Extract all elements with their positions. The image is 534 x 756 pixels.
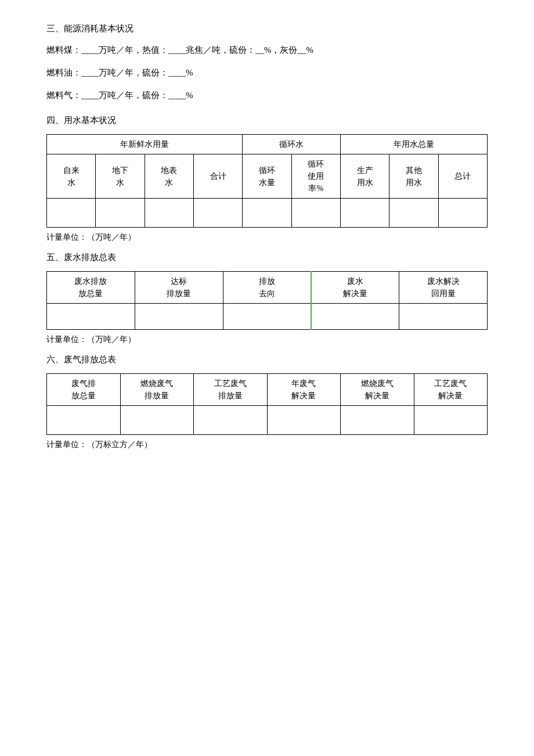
header-annual-water: 年用水总量 [340,135,487,154]
data-cell [96,199,145,228]
ex-header-process-solved: 工艺废气解决量 [414,374,488,406]
section3-title: 三、能源消耗基本状况 [46,23,488,34]
col-total: 总计 [438,154,487,199]
col-recycle-volume: 循环水量 [243,154,291,199]
col-surface-water: 地表水 [145,154,193,199]
table-row: 废水排放放总量 达标排放量 排放去向 废水解决量 废水解决回用量 [47,272,488,304]
table-row: 自来水 地下水 地表水 合计 循环水量 循环使用率% 生产用水 其他用水 总计 [47,154,488,199]
ww-header-destination: 排放去向 [223,272,311,304]
ex-data-cell [194,406,268,435]
ex-header-combustion-emission: 燃烧废气排放量 [120,374,194,406]
ww-header-total: 废水排放放总量 [47,272,135,304]
data-cell [340,199,389,228]
ex-header-process-emission: 工艺废气排放量 [194,374,268,406]
data-cell [389,199,438,228]
data-cell [243,199,291,228]
ww-data-cell [311,304,399,330]
ex-data-cell [120,406,194,435]
wastewater-table-unit: 计量单位：（万吨／年） [46,334,488,345]
water-table: 年新鲜水用量 循环水 年用水总量 自来水 地下水 地表水 合计 循环水量 循环使… [46,134,488,228]
ex-data-cell [267,406,341,435]
ww-data-cell [223,304,311,330]
water-table-wrap: 年新鲜水用量 循环水 年用水总量 自来水 地下水 地表水 合计 循环水量 循环使… [46,134,488,228]
ww-data-cell [135,304,223,330]
col-subtotal: 合计 [193,154,242,199]
ex-data-cell [47,406,121,435]
table-row [47,406,488,435]
ex-header-total: 废气排放总量 [47,374,121,406]
section4-title: 四、用水基本状况 [46,115,488,126]
header-recycled-water: 循环水 [243,135,341,154]
water-table-unit: 计量单位：（万吨／年） [46,232,488,243]
fuel-oil-line: 燃料油：____万吨／年，硫份：____% [46,65,488,81]
ww-header-recycle: 废水解决回用量 [399,272,488,304]
ex-data-cell [414,406,488,435]
exhaust-table: 废气排放总量 燃烧废气排放量 工艺废气排放量 年废气解决量 燃烧废气解决量 工艺… [46,373,488,435]
section5-title: 五、废水排放总表 [46,252,488,263]
col-groundwater: 地下水 [96,154,145,199]
ex-header-combustion-solved: 燃烧废气解决量 [341,374,414,406]
exhaust-table-unit: 计量单位：（万标立方／年） [46,440,488,450]
table-row: 年新鲜水用量 循环水 年用水总量 [47,135,488,154]
data-cell [193,199,242,228]
col-production-water: 生产用水 [340,154,389,199]
col-recycle-rate: 循环使用率% [291,154,340,199]
ww-data-cell [47,304,135,330]
ex-header-annual-solved: 年废气解决量 [267,374,341,406]
wastewater-table: 废水排放放总量 达标排放量 排放去向 废水解决量 废水解决回用量 [46,271,488,330]
fuel-gas-line: 燃料气：____万吨／年，硫份：____% [46,88,488,103]
data-cell [291,199,340,228]
exhaust-table-wrap: 废气排放总量 燃烧废气排放量 工艺废气排放量 年废气解决量 燃烧废气解决量 工艺… [46,373,488,435]
section6-title: 六、废气排放总表 [46,354,488,365]
table-row [47,304,488,330]
wastewater-table-wrap: 废水排放放总量 达标排放量 排放去向 废水解决量 废水解决回用量 [46,271,488,330]
ww-data-cell [399,304,488,330]
table-row: 废气排放总量 燃烧废气排放量 工艺废气排放量 年废气解决量 燃烧废气解决量 工艺… [47,374,488,406]
table-row [47,199,488,228]
ww-header-solved: 废水解决量 [311,272,399,304]
ex-data-cell [341,406,414,435]
header-fresh-water: 年新鲜水用量 [47,135,243,154]
ww-header-standard: 达标排放量 [135,272,223,304]
data-cell [47,199,96,228]
data-cell [145,199,193,228]
data-cell [438,199,487,228]
fuel-coal-line: 燃料煤：____万吨／年，热值：____兆焦／吨，硫份：__%，灰份__% [46,42,488,58]
col-tap-water: 自来水 [47,154,96,199]
col-other-water: 其他用水 [389,154,438,199]
